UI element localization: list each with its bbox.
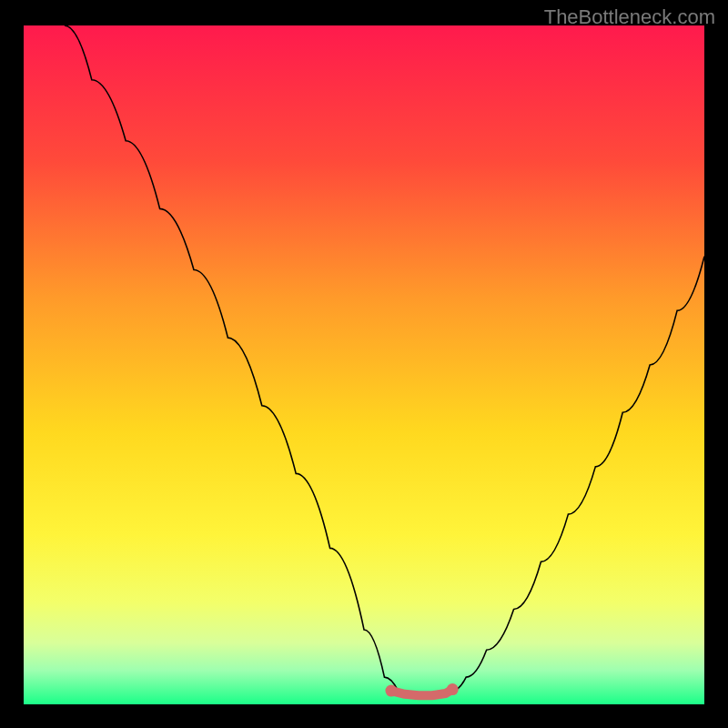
- curve-right: [452, 257, 704, 691]
- marker-band: [391, 690, 452, 696]
- marker-endpoint: [385, 685, 397, 697]
- curve-layer: [24, 25, 704, 704]
- curve-left: [65, 25, 399, 691]
- plot-area: [24, 25, 704, 704]
- watermark-text: TheBottleneck.com: [544, 5, 715, 29]
- marker-endpoint: [447, 683, 459, 695]
